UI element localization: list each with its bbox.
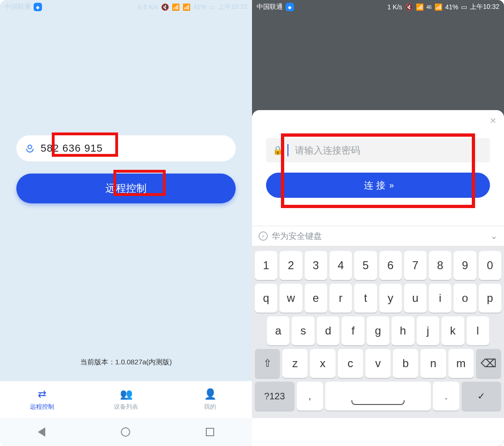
person-icon: 👤 [204,388,217,400]
signal-icon: 📶 [182,3,190,11]
key-e[interactable]: e [305,284,327,313]
keyboard-name: 华为安全键盘 [272,230,322,242]
key-2[interactable]: 2 [280,251,302,280]
time-label: 上午10:32 [470,3,499,11]
key-h[interactable]: h [392,316,414,345]
group-icon: 👥 [120,388,133,400]
key-a[interactable]: a [267,316,289,345]
wifi-icon: 📶 [172,3,180,11]
key-0[interactable]: 0 [479,251,501,280]
bottom-nav: ⇄ 远程控制 👥 设备列表 👤 我的 [0,381,252,418]
key-s[interactable]: s [292,316,314,345]
key-7[interactable]: 7 [404,251,427,280]
nav-remote[interactable]: ⇄ 远程控制 [0,381,84,418]
nav-mine-label: 我的 [204,403,216,411]
symbols-label: ?123 [264,391,285,402]
shield-icon: ◆ [286,3,294,11]
android-nav-bar [0,418,252,446]
key-b[interactable]: b [393,349,418,378]
left-phone-screenshot: 中国联通 ◆ 6.6 K/s 🔇 📶 📶 41% ▭ 上午10:32 582 6… [0,0,252,446]
key-8[interactable]: 8 [429,251,451,280]
symbols-key[interactable]: ?123 [255,382,294,411]
nav-devices[interactable]: 👥 设备列表 [84,381,168,418]
key-z[interactable]: z [282,349,308,378]
key-c[interactable]: c [338,349,363,378]
wifi-icon: 📶 [416,3,424,11]
soft-keyboard: 1234567890 qwertyuiop asdfghjkl ⇧ zxcvbn… [252,246,504,418]
swap-icon: ⇄ [38,388,46,400]
battery-label: 41% [193,3,206,11]
nav-devices-label: 设备列表 [114,403,138,411]
key-j[interactable]: j [417,316,439,345]
key-g[interactable]: g [367,316,389,345]
key-k[interactable]: k [441,316,464,345]
carrier-label: 中国联通 [257,3,283,11]
nav-remote-label: 远程控制 [30,403,54,411]
shield-icon: ◆ [34,3,42,11]
password-input[interactable]: 🔒 请输入连接密码 [266,138,490,162]
period-key[interactable]: . [433,382,459,411]
key-o[interactable]: o [454,284,476,313]
comma-label: , [308,391,311,402]
comma-key[interactable]: , [297,382,323,411]
key-6[interactable]: 6 [379,251,402,280]
connect-button[interactable]: 连接 » [266,173,490,198]
key-n[interactable]: n [420,349,446,378]
battery-icon: ▭ [461,3,467,11]
shift-key[interactable]: ⇧ [255,349,280,378]
period-label: . [445,391,448,402]
key-m[interactable]: m [448,349,474,378]
net-speed: 6.6 K/s [138,3,158,11]
key-p[interactable]: p [479,284,501,313]
keyboard-shield-icon: ✓ [259,231,268,241]
key-d[interactable]: d [317,316,339,345]
version-label: 当前版本：1.0.0827a(内测版) [0,358,252,367]
back-button[interactable] [38,427,45,437]
key-f[interactable]: f [342,316,364,345]
battery-label: 41% [445,3,458,11]
key-3[interactable]: 3 [305,251,327,280]
remote-id-value: 582 636 915 [41,142,103,154]
enter-key[interactable]: ✓ [462,382,501,411]
space-key[interactable] [325,382,431,411]
remote-id-input[interactable]: 582 636 915 [16,135,236,161]
connect-label: 连接 [364,179,388,192]
home-button[interactable] [121,427,130,437]
nav-mine[interactable]: 👤 我的 [168,381,252,418]
key-5[interactable]: 5 [354,251,377,280]
user-icon [25,143,35,154]
key-9[interactable]: 9 [454,251,476,280]
text-cursor [287,144,288,156]
mute-icon: 🔇 [161,3,169,11]
time-label: 上午10:32 [218,3,247,11]
key-q[interactable]: q [255,284,277,313]
key-4[interactable]: 4 [329,251,352,280]
password-placeholder: 请输入连接密码 [295,144,360,157]
keyboard-header: ✓ 华为安全键盘 ⌄ [252,226,504,246]
key-1[interactable]: 1 [255,251,277,280]
status-bar-left: 中国联通 ◆ 6.6 K/s 🔇 📶 📶 41% ▭ 上午10:32 [0,0,252,14]
remote-control-button[interactable]: 远程控制 [16,174,236,203]
chevron-down-icon[interactable]: ⌄ [490,231,497,241]
backspace-key[interactable]: ⌫ [476,349,501,378]
key-y[interactable]: y [379,284,402,313]
chevron-right-icon: » [389,181,392,190]
key-i[interactable]: i [429,284,451,313]
mute-icon: 🔇 [405,3,413,11]
key-x[interactable]: x [310,349,335,378]
right-phone-screenshot: 中国联通 ◆ 1 K/s 🔇 📶 46 📶 41% ▭ 上午10:32 ✕ 🔒 [252,0,504,446]
net-speed: 1 K/s [387,3,402,11]
battery-icon: ▭ [209,3,215,11]
key-r[interactable]: r [329,284,352,313]
key-u[interactable]: u [404,284,427,313]
key-w[interactable]: w [280,284,302,313]
key-l[interactable]: l [467,316,489,345]
carrier-label: 中国联通 [5,3,31,11]
signal-icon: 📶 [434,3,442,11]
lock-icon: 🔒 [273,145,283,155]
recent-button[interactable] [206,428,214,436]
key-t[interactable]: t [354,284,377,313]
close-icon[interactable]: ✕ [490,116,497,126]
remote-control-label: 远程控制 [105,181,147,195]
key-v[interactable]: v [365,349,391,378]
